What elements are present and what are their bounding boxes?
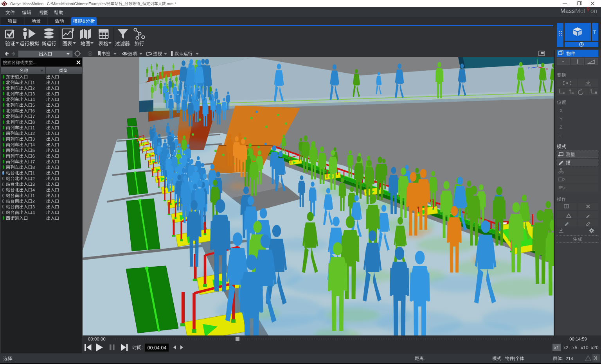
svg-text:Y: Y xyxy=(536,57,539,61)
svg-text:Z: Z xyxy=(528,66,530,70)
svg-text:X: X xyxy=(546,67,548,71)
